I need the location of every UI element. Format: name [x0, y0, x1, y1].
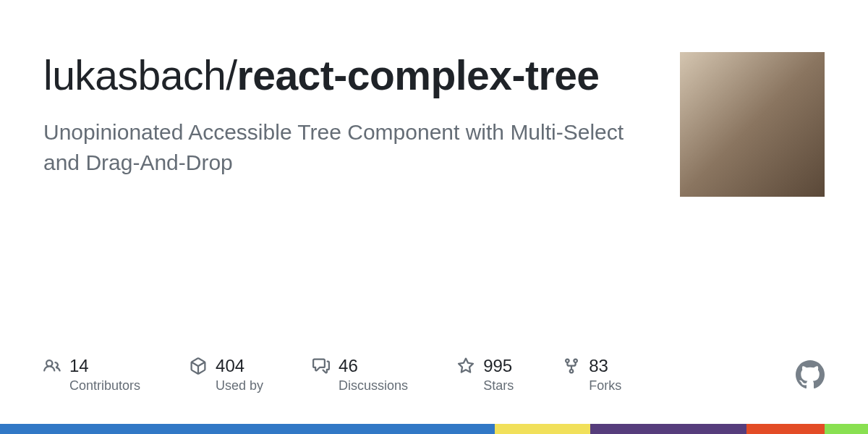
stats-list: 14 Contributors 404 Used by 46 Discussio… — [43, 356, 621, 393]
repo-title[interactable]: lukasbach/react-complex-tree — [43, 52, 651, 100]
stat-discussions[interactable]: 46 Discussions — [312, 356, 408, 393]
stat-value: 46 — [339, 356, 408, 377]
slash: / — [226, 52, 237, 98]
stat-stars[interactable]: 995 Stars — [457, 356, 514, 393]
language-segment — [0, 424, 495, 434]
stat-usedby[interactable]: 404 Used by — [190, 356, 263, 393]
language-segment — [825, 424, 868, 434]
stat-label: Stars — [483, 378, 514, 393]
github-logo-icon[interactable] — [796, 360, 825, 389]
avatar[interactable] — [680, 52, 825, 197]
stat-label: Discussions — [339, 378, 408, 393]
language-segment — [746, 424, 825, 434]
package-icon — [190, 357, 207, 375]
stat-value: 995 — [483, 356, 514, 377]
people-icon — [43, 357, 61, 375]
stat-forks[interactable]: 83 Forks — [563, 356, 621, 393]
fork-icon — [563, 357, 580, 375]
stat-label: Contributors — [69, 378, 140, 393]
language-segment — [590, 424, 746, 434]
language-bar — [0, 424, 868, 434]
comment-discussion-icon — [312, 357, 330, 375]
repo-description: Unopinionated Accessible Tree Component … — [43, 117, 637, 178]
stat-contributors[interactable]: 14 Contributors — [43, 356, 140, 393]
stat-value: 83 — [589, 356, 621, 377]
repo-owner: lukasbach — [43, 52, 226, 98]
language-segment — [495, 424, 590, 434]
stat-label: Forks — [589, 378, 621, 393]
repo-name: react-complex-tree — [237, 52, 600, 98]
star-icon — [457, 357, 475, 375]
stat-value: 404 — [216, 356, 263, 377]
stat-value: 14 — [69, 356, 140, 377]
stat-label: Used by — [216, 378, 263, 393]
